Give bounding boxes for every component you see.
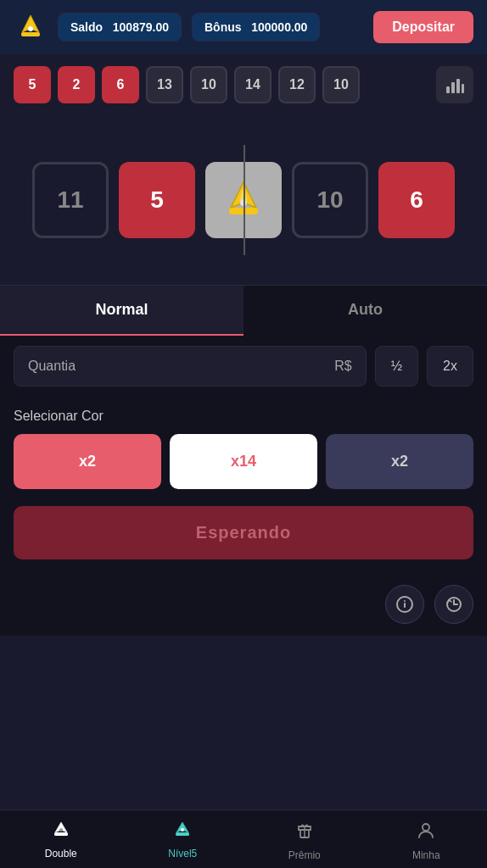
tile-10: 10: [292, 162, 368, 238]
svg-rect-12: [404, 603, 406, 608]
double-nav-icon: [50, 821, 72, 844]
color-dark-button[interactable]: x2: [326, 434, 473, 489]
history-item: 6: [102, 66, 139, 103]
action-icons: [0, 573, 487, 636]
tile-center: [205, 162, 282, 238]
nav-premio-label: Prêmio: [288, 849, 321, 861]
bonus-box: Bônus 100000.00: [192, 13, 320, 42]
nav-minha[interactable]: Minha: [400, 821, 451, 861]
history-bar: 5 2 6 13 10 14 12 10: [0, 54, 487, 115]
header: Saldo 100879.00 Bônus 100000.00 Deposita…: [0, 0, 487, 54]
tile-5: 5: [119, 162, 195, 238]
saldo-box: Saldo 100879.00: [58, 13, 182, 42]
color-options: x2 x14 x2: [14, 434, 473, 489]
history-item: 13: [146, 66, 183, 103]
svg-point-17: [59, 828, 63, 832]
logo: [14, 10, 48, 44]
wait-section: Esperando: [0, 498, 487, 573]
svg-rect-19: [176, 832, 189, 836]
double-button[interactable]: 2x: [427, 346, 473, 387]
half-button[interactable]: ½: [375, 346, 418, 387]
history-item: 2: [58, 66, 95, 103]
svg-point-2: [28, 26, 33, 31]
svg-rect-13: [404, 600, 406, 602]
tile-11: 11: [32, 162, 109, 238]
currency-label: R$: [334, 359, 351, 374]
svg-rect-3: [446, 86, 450, 93]
nivel5-nav-icon: [171, 821, 193, 844]
nav-double[interactable]: Double: [36, 821, 87, 861]
history-item: 14: [234, 66, 271, 103]
nav-premio[interactable]: Prêmio: [279, 821, 330, 861]
info-button[interactable]: [385, 585, 424, 624]
bet-area: Quantia R$ ½ 2x: [0, 336, 487, 397]
game-area: 11 5 10 6: [0, 115, 487, 285]
history-item: 10: [322, 66, 360, 103]
bottom-nav: Double Nível5 Prêmio: [0, 810, 487, 868]
history-item: 12: [278, 66, 316, 103]
bonus-label: Bônus: [204, 20, 242, 34]
center-line: [244, 145, 245, 255]
svg-rect-1: [21, 32, 40, 36]
quantia-label: Quantia: [28, 359, 76, 374]
svg-rect-5: [456, 79, 460, 93]
color-section: Selecionar Cor x2 x14 x2: [0, 397, 487, 498]
premio-nav-icon: [294, 821, 315, 846]
svg-point-20: [181, 828, 184, 832]
history-item: 10: [190, 66, 227, 103]
color-section-label: Selecionar Cor: [14, 409, 473, 424]
nav-minha-label: Minha: [412, 849, 440, 861]
tile-6: 6: [378, 162, 455, 238]
nav-nivel5[interactable]: Nível5: [157, 821, 208, 861]
color-red-button[interactable]: x2: [14, 434, 161, 489]
tab-auto[interactable]: Auto: [244, 286, 487, 336]
tab-normal[interactable]: Normal: [0, 286, 244, 336]
svg-rect-6: [462, 84, 464, 93]
nav-nivel5-label: Nível5: [168, 848, 197, 860]
wait-button[interactable]: Esperando: [14, 506, 473, 559]
deposit-button[interactable]: Depositar: [373, 11, 473, 43]
chart-icon[interactable]: [436, 66, 473, 103]
color-white-button[interactable]: x14: [170, 434, 317, 489]
saldo-value: 100879.00: [113, 20, 169, 34]
bonus-value: 100000.00: [251, 20, 307, 34]
svg-rect-16: [54, 832, 68, 836]
svg-rect-4: [451, 82, 455, 93]
saldo-label: Saldo: [70, 20, 103, 34]
nav-double-label: Double: [45, 848, 77, 860]
bet-input-box[interactable]: Quantia R$: [14, 346, 367, 387]
svg-point-22: [423, 824, 429, 831]
history-item: 5: [14, 66, 51, 103]
mode-tabs: Normal Auto: [0, 285, 487, 336]
minha-nav-icon: [416, 821, 436, 846]
history-button[interactable]: [434, 585, 473, 624]
